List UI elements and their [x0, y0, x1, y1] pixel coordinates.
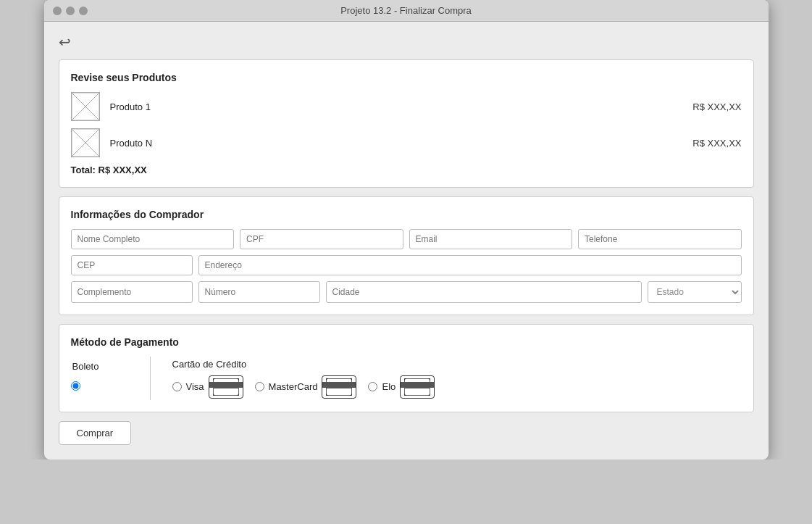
window-body: ↩ Revise seus Produtos Produto 1 R$ XXX,… [44, 22, 769, 459]
email-input[interactable] [409, 229, 573, 249]
product-image-n [71, 128, 100, 157]
boleto-label: Boleto [72, 361, 99, 372]
endereco-input[interactable] [198, 255, 742, 275]
cep-input[interactable] [71, 255, 193, 275]
form-row-3: Estado AC AL AP AM BA CE DF ES GO MA MT … [71, 281, 742, 303]
total-label: Total: R$ XXX,XX [71, 165, 147, 175]
elo-option: Elo [368, 375, 435, 399]
visa-card-icon [209, 375, 243, 399]
total-row: Total: R$ XXX,XX [71, 165, 742, 175]
app-window: Projeto 13.2 - Finalizar Compra ↩ Revise… [44, 0, 769, 459]
product-row: Produto N R$ XXX,XX [71, 128, 742, 157]
traffic-lights [53, 7, 88, 15]
boleto-radio-row [71, 376, 128, 396]
visa-label: Visa [186, 381, 204, 392]
boleto-option: Boleto [71, 361, 128, 396]
product-price-n: R$ XXX,XX [692, 138, 741, 149]
products-title: Revise seus Produtos [71, 72, 742, 83]
mastercard-option: MasterCard [255, 375, 357, 399]
buyer-form: Estado AC AL AP AM BA CE DF ES GO MA MT … [71, 229, 742, 303]
buy-button[interactable]: Comprar [59, 421, 132, 445]
form-row-1 [71, 229, 742, 249]
estado-select[interactable]: Estado AC AL AP AM BA CE DF ES GO MA MT … [648, 281, 742, 303]
titlebar: Projeto 13.2 - Finalizar Compra [44, 0, 769, 22]
visa-option: Visa [172, 375, 243, 399]
back-icon: ↩ [59, 34, 71, 50]
form-row-2 [71, 255, 742, 275]
close-button[interactable] [53, 7, 62, 15]
complemento-input[interactable] [71, 281, 193, 303]
credit-title: Cartão de Crédito [172, 359, 435, 370]
back-button[interactable]: ↩ [59, 33, 71, 51]
boleto-radio[interactable] [71, 381, 80, 391]
mastercard-radio[interactable] [255, 382, 264, 391]
product-price-1: R$ XXX,XX [692, 101, 741, 112]
payment-divider [150, 357, 151, 400]
svg-rect-7 [213, 383, 239, 388]
nome-input[interactable] [71, 229, 235, 249]
maximize-button[interactable] [79, 7, 88, 15]
mastercard-label: MasterCard [269, 381, 318, 392]
telefone-input[interactable] [578, 229, 742, 249]
elo-radio[interactable] [368, 382, 377, 391]
mastercard-card-icon [322, 375, 356, 399]
barcode-icon [86, 376, 128, 396]
numero-input[interactable] [198, 281, 320, 303]
cidade-input[interactable] [326, 281, 642, 303]
elo-label: Elo [382, 381, 395, 392]
window-title: Projeto 13.2 - Finalizar Compra [340, 5, 472, 16]
payment-methods: Boleto [71, 357, 742, 400]
products-section: Revise seus Produtos Produto 1 R$ XXX,XX [59, 59, 754, 188]
svg-rect-11 [404, 383, 430, 388]
product-name-1: Produto 1 [110, 101, 679, 112]
minimize-button[interactable] [66, 7, 75, 15]
elo-card-icon [400, 375, 435, 399]
payment-section: Método de Pagamento Boleto [59, 324, 754, 412]
credit-options: Visa MasterCard [172, 375, 435, 399]
buyer-section: Informações do Comprador E [59, 196, 754, 315]
payment-title: Método de Pagamento [71, 336, 742, 348]
buyer-title: Informações do Comprador [71, 209, 742, 220]
product-row: Produto 1 R$ XXX,XX [71, 92, 742, 121]
cpf-input[interactable] [240, 229, 403, 249]
visa-radio[interactable] [172, 382, 182, 391]
credit-section: Cartão de Crédito Visa [172, 359, 435, 399]
svg-rect-10 [404, 378, 430, 396]
svg-rect-9 [326, 383, 352, 388]
product-image-1 [71, 92, 100, 121]
product-name-n: Produto N [110, 138, 679, 149]
svg-rect-6 [213, 378, 239, 396]
svg-rect-8 [326, 378, 352, 396]
